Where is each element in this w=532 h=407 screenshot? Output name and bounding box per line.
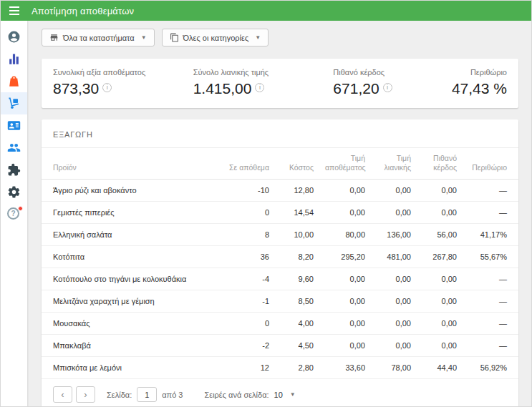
numeric-cell: 41,17% <box>463 224 518 246</box>
sidebar-item-account[interactable] <box>1 26 27 48</box>
shopping-bag-icon <box>7 74 21 88</box>
column-header-stock-value: Τιμή αποθέματος <box>319 148 371 180</box>
numeric-cell: 4,00 <box>275 313 319 335</box>
summary-value: 47,43 % <box>452 80 507 97</box>
numeric-cell: 136,00 <box>371 224 417 246</box>
store-icon <box>49 33 59 42</box>
product-name-cell: Μπακλαβά <box>42 335 219 357</box>
numeric-cell: 0,00 <box>417 335 463 357</box>
main-content: Όλα τα καταστήματα ▼ Όλες οι κατηγορίες … <box>27 21 532 407</box>
numeric-cell: 267,80 <box>417 246 463 268</box>
categories-icon <box>170 33 179 42</box>
table-row[interactable]: Κοτόπιτα368,20295,20481,00267,8055,67% <box>42 246 518 268</box>
filter-bar: Όλα τα καταστήματα ▼ Όλες οι κατηγορίες … <box>42 29 518 46</box>
numeric-cell: 0,00 <box>319 290 371 313</box>
export-row: ΕΞΑΓΩΓΗ <box>42 119 518 148</box>
numeric-cell: 44,40 <box>417 357 463 379</box>
info-icon[interactable]: i <box>255 83 264 92</box>
sidebar-item-inventory[interactable] <box>1 92 27 114</box>
numeric-cell: -4 <box>219 268 275 290</box>
sidebar-item-customers[interactable] <box>1 114 27 137</box>
table-row[interactable]: Μουσακάς04,000,000,000,00— <box>42 313 518 335</box>
sidebar: ? <box>1 21 27 407</box>
summary-value: 1.415,00 <box>193 80 252 97</box>
categories-filter-label: Όλες οι κατηγορίες <box>183 34 249 42</box>
numeric-cell: 0,00 <box>371 290 417 313</box>
sidebar-item-settings[interactable] <box>1 181 27 203</box>
numeric-cell: — <box>463 313 518 335</box>
column-header-retail-value: Τιμή λιανικής <box>371 148 417 180</box>
numeric-cell: -10 <box>219 180 275 202</box>
numeric-cell: 12 <box>219 357 275 379</box>
table-row[interactable]: Μπακλαβά-24,500,000,000,00— <box>42 335 518 357</box>
table-row[interactable]: Κοτόπουλο στο τηγάνι με κολοκυθάκια-49,6… <box>42 268 518 290</box>
numeric-cell: 0,00 <box>319 313 371 335</box>
summary-margin: Περιθώριο 47,43 % <box>451 68 507 97</box>
numeric-cell: 0,00 <box>417 290 463 313</box>
prev-page-button[interactable]: ‹ <box>53 386 72 403</box>
sidebar-item-employees[interactable] <box>1 137 27 159</box>
numeric-cell: 8,20 <box>275 246 319 268</box>
numeric-cell: 14,54 <box>275 202 319 224</box>
people-icon <box>7 141 21 155</box>
numeric-cell: 0,00 <box>319 335 371 357</box>
table-row[interactable]: Γεμιστές πιπεριές014,540,000,000,00— <box>42 202 518 224</box>
numeric-cell: 33,60 <box>319 357 371 379</box>
chevron-down-icon: ▼ <box>290 391 296 398</box>
product-name-cell: Άγριο ρύζι και αβοκάντο <box>42 180 219 202</box>
numeric-cell: -1 <box>219 290 275 313</box>
summary-value: 873,30 <box>53 80 99 97</box>
table-row[interactable]: Άγριο ρύζι και αβοκάντο-1012,800,000,000… <box>42 180 518 202</box>
next-page-button[interactable]: › <box>76 386 95 403</box>
gear-icon <box>7 185 21 199</box>
info-icon[interactable]: i <box>383 83 392 92</box>
account-icon <box>7 30 21 44</box>
stores-filter-button[interactable]: Όλα τα καταστήματα ▼ <box>42 29 155 46</box>
app-window: Αποτίμηση αποθεμάτων <box>0 0 532 407</box>
categories-filter-button[interactable]: Όλες οι κατηγορίες ▼ <box>162 29 269 46</box>
numeric-cell: 36 <box>219 246 275 268</box>
column-header-potential-profit: Πιθανό κέρδος <box>417 148 463 180</box>
product-name-cell: Γεμιστές πιπεριές <box>42 202 219 224</box>
sidebar-item-help[interactable]: ? <box>1 203 27 225</box>
table-row[interactable]: Ελληνική σαλάτα810,0080,00136,0056,0041,… <box>42 224 518 246</box>
top-bar: Αποτίμηση αποθεμάτων <box>1 1 531 21</box>
summary-total-retail-value: Σύνολο λιανικής τιμής 1.415,00i <box>193 68 334 97</box>
table-row[interactable]: Μπισκότα με λεμόνι122,8033,6078,0044,405… <box>42 357 518 379</box>
pagination-bar: ‹ › Σελίδα: από 3 Σειρές ανά σελίδα: 10 … <box>42 379 518 407</box>
numeric-cell: -2 <box>219 335 275 357</box>
page-number-input[interactable] <box>137 387 157 402</box>
product-name-cell: Ελληνική σαλάτα <box>42 224 219 246</box>
numeric-cell: 0 <box>219 313 275 335</box>
numeric-cell: 2,80 <box>275 357 319 379</box>
product-name-cell: Μελιτζάνα χαραχτή με γέμιση <box>42 290 219 313</box>
summary-potential-profit: Πιθανό κέρδος 671,20i <box>333 68 450 97</box>
numeric-cell: 481,00 <box>371 246 417 268</box>
summary-label: Συνολική αξία αποθέματος <box>53 68 193 77</box>
info-icon[interactable]: i <box>102 83 112 92</box>
sidebar-item-items[interactable] <box>1 70 27 92</box>
numeric-cell: 8 <box>219 224 275 246</box>
numeric-cell: 0,00 <box>371 268 417 290</box>
numeric-cell: 0,00 <box>319 180 371 202</box>
export-button[interactable]: ΕΞΑΓΩΓΗ <box>53 130 93 139</box>
numeric-cell: 56,92% <box>463 357 518 379</box>
numeric-cell: 12,80 <box>275 180 319 202</box>
numeric-cell: 0,00 <box>371 335 417 357</box>
sidebar-item-reports[interactable] <box>1 48 27 70</box>
sidebar-item-integrations[interactable] <box>1 159 27 181</box>
table-body: Άγριο ρύζι και αβοκάντο-1012,800,000,000… <box>42 180 518 379</box>
inventory-table: Προϊόν Σε απόθεμα Κόστος Τιμή αποθέματος… <box>42 148 518 379</box>
numeric-cell: 295,20 <box>319 246 371 268</box>
numeric-cell: 0,00 <box>417 180 463 202</box>
numeric-cell: 56,00 <box>417 224 463 246</box>
table-row[interactable]: Μελιτζάνα χαραχτή με γέμιση-18,500,000,0… <box>42 290 518 313</box>
rows-per-page-dropdown[interactable]: Σειρές ανά σελίδα: 10 ▼ <box>204 391 295 399</box>
product-name-cell: Μπισκότα με λεμόνι <box>42 357 219 379</box>
numeric-cell: 10,00 <box>275 224 319 246</box>
table-header-row: Προϊόν Σε απόθεμα Κόστος Τιμή αποθέματος… <box>42 148 518 180</box>
product-name-cell: Μουσακάς <box>42 313 219 335</box>
numeric-cell: 8,50 <box>275 290 319 313</box>
menu-icon[interactable] <box>1 1 27 21</box>
page-title: Αποτίμηση αποθεμάτων <box>32 6 134 16</box>
